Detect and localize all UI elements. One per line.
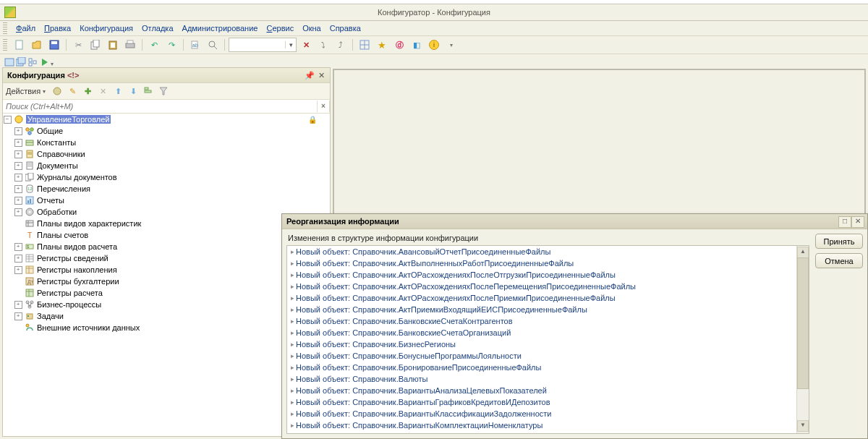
- help-dropdown[interactable]: ▾: [443, 38, 459, 52]
- expand-icon[interactable]: +: [14, 243, 22, 251]
- move-down-button[interactable]: ⬇: [127, 85, 140, 98]
- expand-icon[interactable]: +: [14, 127, 22, 135]
- list-row[interactable]: ▸Новый объект: Справочник.АктОРасхождени…: [287, 269, 796, 281]
- expand-icon[interactable]: +: [14, 197, 22, 205]
- undo-button[interactable]: ↶: [146, 38, 162, 52]
- list-row[interactable]: ▸Новый объект: Справочник.БизнесРегионы: [287, 338, 796, 350]
- actions-menu[interactable]: Действия: [6, 87, 41, 95]
- expand-icon[interactable]: +: [14, 162, 22, 170]
- list-row[interactable]: ▸Новый объект: Справочник.Валюты: [287, 373, 796, 385]
- menu-item[interactable]: Окна: [298, 22, 326, 34]
- menu-item[interactable]: Справка: [326, 22, 365, 34]
- find-button[interactable]: ab: [187, 38, 203, 52]
- list-row[interactable]: ▸Новый объект: Справочник.ВариантыАнализ…: [287, 385, 796, 396]
- cancel-button[interactable]: Отмена: [815, 253, 863, 268]
- expand-icon[interactable]: +: [14, 208, 22, 216]
- redo-button[interactable]: ↷: [163, 38, 179, 52]
- svg-point-26: [15, 116, 22, 123]
- expand-icon[interactable]: +: [14, 139, 22, 147]
- menu-item[interactable]: Сервис: [262, 22, 298, 34]
- run-debug-button[interactable]: ⓓ: [391, 38, 407, 52]
- svg-line-12: [214, 46, 217, 49]
- menu-item[interactable]: Отладка: [137, 22, 177, 34]
- list-row[interactable]: ▸Новый объект: Справочник.АвансовыйОтчет…: [287, 246, 796, 257]
- svg-rect-44: [27, 200, 29, 203]
- grid-toggle-button[interactable]: [357, 38, 373, 52]
- tree-root[interactable]: − УправлениеТорговлей 🔒: [3, 114, 330, 125]
- tree-node-label: Документы: [37, 161, 78, 170]
- expand-icon[interactable]: +: [14, 255, 22, 263]
- list-row[interactable]: ▸Новый объект: Справочник.БанковскиеСчет…: [287, 315, 796, 327]
- close-dialog-button[interactable]: ✕: [851, 216, 864, 228]
- run-client-button[interactable]: ◧: [409, 38, 425, 52]
- menu-item[interactable]: Администрирование: [178, 22, 263, 34]
- svg-rect-19: [29, 59, 32, 61]
- tree-node[interactable]: +Справочники: [3, 148, 330, 160]
- svg-rect-53: [26, 255, 33, 262]
- scroll-thumb[interactable]: [797, 257, 809, 389]
- list-row[interactable]: ▸Новый объект: Справочник.БонусныеПрогра…: [287, 350, 796, 362]
- expand-icon[interactable]: +: [14, 174, 22, 182]
- menu-item[interactable]: Правка: [40, 22, 75, 34]
- toolbar-grip[interactable]: [3, 39, 7, 51]
- syntax-assist-button[interactable]: ★: [374, 38, 390, 52]
- open-file-button[interactable]: [29, 38, 45, 52]
- search-up-button[interactable]: ⤴: [333, 38, 349, 52]
- tree-node[interactable]: +12Перечисления: [3, 183, 330, 195]
- search-down-button[interactable]: ⤵: [315, 38, 331, 52]
- list-row[interactable]: ▸Новый объект: Справочник.ВариантыКомпле…: [287, 419, 796, 431]
- pin-button[interactable]: 📌: [304, 69, 315, 81]
- list-row[interactable]: ▸Новый объект: Справочник.АктОРасхождени…: [287, 281, 796, 292]
- help-button[interactable]: i: [426, 38, 442, 52]
- clear-search-button[interactable]: ✕: [298, 38, 314, 52]
- list-row[interactable]: ▸Новый объект: Справочник.ВариантыГрафик…: [287, 396, 796, 408]
- clear-search-button[interactable]: ×: [317, 101, 330, 112]
- search-combo[interactable]: ▾: [229, 38, 297, 52]
- tree-node[interactable]: +Журналы документов: [3, 171, 330, 183]
- accept-button[interactable]: Принять: [815, 234, 863, 249]
- list-row[interactable]: ▸Новый объект: Справочник.БронированиеПр…: [287, 362, 796, 373]
- list-row[interactable]: ▸Новый объект: Справочник.ВариантыОтвето…: [287, 431, 796, 433]
- close-panel-button[interactable]: ✕: [315, 69, 327, 81]
- search-input[interactable]: [3, 100, 317, 113]
- delete-button[interactable]: ✕: [96, 85, 109, 98]
- open-object-button[interactable]: [51, 85, 64, 98]
- copy-button[interactable]: [88, 38, 103, 52]
- tree-node[interactable]: +Константы: [3, 137, 330, 148]
- tree-node[interactable]: +Общие: [3, 125, 330, 137]
- save-button[interactable]: [46, 38, 62, 52]
- expand-icon[interactable]: +: [14, 312, 22, 320]
- edit-button[interactable]: ✎: [66, 85, 79, 98]
- cut-button[interactable]: ✂: [70, 38, 86, 52]
- add-button[interactable]: ✚: [81, 85, 94, 98]
- scroll-up-button[interactable]: ▲: [797, 247, 809, 258]
- expand-icon[interactable]: +: [14, 185, 22, 193]
- list-row[interactable]: ▸Новый объект: Справочник.БанковскиеСчет…: [287, 327, 796, 338]
- tree-node[interactable]: +Документы: [3, 160, 330, 171]
- paste-button[interactable]: [105, 38, 121, 52]
- svg-rect-16: [5, 59, 14, 66]
- scrollbar[interactable]: ▲ ▼: [796, 246, 809, 433]
- scroll-down-button[interactable]: ▼: [797, 420, 809, 432]
- move-up-button[interactable]: ⬆: [111, 85, 124, 98]
- list-row[interactable]: ▸Новый объект: Справочник.АктВыполненных…: [287, 257, 796, 269]
- menu-item[interactable]: Файл: [12, 22, 40, 34]
- new-file-button[interactable]: [12, 38, 27, 52]
- toolbar-grip[interactable]: [3, 22, 7, 34]
- menu-item[interactable]: Конфигурация: [75, 22, 137, 34]
- filter-button[interactable]: [157, 85, 170, 98]
- sort-button[interactable]: [142, 85, 155, 98]
- run-button[interactable]: [41, 58, 49, 68]
- changes-list[interactable]: ▸Новый объект: Справочник.АвансовыйОтчет…: [286, 245, 809, 434]
- list-row[interactable]: ▸Новый объект: Справочник.АктОРасхождени…: [287, 292, 796, 304]
- expand-icon[interactable]: +: [14, 266, 22, 274]
- list-row[interactable]: ▸Новый объект: Справочник.АктПриемкиВход…: [287, 304, 796, 315]
- expand-icon[interactable]: +: [14, 301, 22, 309]
- run-dropdown[interactable]: ▾: [51, 59, 54, 67]
- tree-node[interactable]: +Отчеты: [3, 195, 330, 206]
- find-global-button[interactable]: [205, 38, 221, 52]
- expand-icon[interactable]: +: [14, 150, 22, 158]
- list-row[interactable]: ▸Новый объект: Справочник.ВариантыКласси…: [287, 408, 796, 419]
- maximize-button[interactable]: □: [838, 216, 851, 228]
- print-button[interactable]: [122, 38, 138, 52]
